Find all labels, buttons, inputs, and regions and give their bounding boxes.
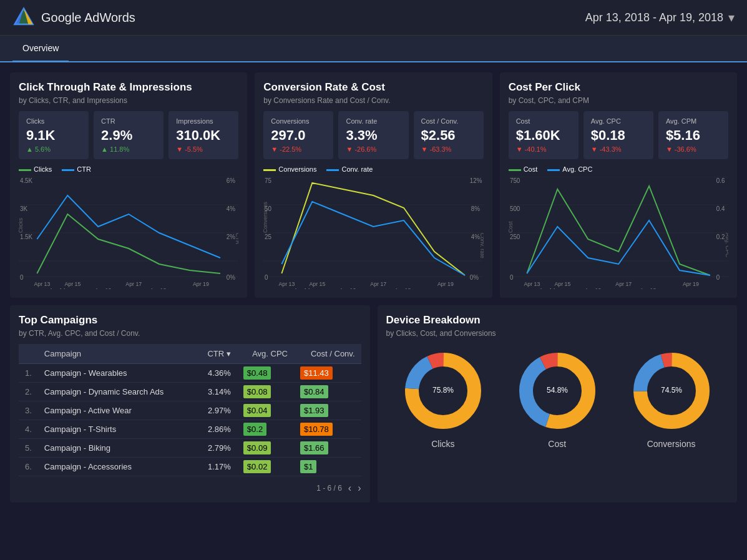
col-cost-conv[interactable]: Cost / Conv.	[294, 344, 361, 364]
avg-cpc-value: $0.18	[591, 127, 646, 144]
avg-cpc-legend: Avg. CPC	[547, 165, 592, 173]
conv-section: Conversion Rate & Cost by Conversions Ra…	[255, 72, 492, 298]
pagination: 1 - 6 / 6 ‹ ›	[19, 483, 361, 494]
conv-subtitle: by Conversions Rate and Cost / Conv.	[263, 96, 483, 105]
svg-text:4%: 4%	[227, 205, 235, 212]
svg-text:Apr 16: Apr 16	[585, 287, 601, 289]
impressions-label: Impressions	[176, 117, 231, 125]
metrics-row: Click Through Rate & Impressions by Clic…	[10, 72, 737, 298]
cost-label: Cost	[516, 117, 571, 125]
campaigns-table: Campaign CTR ▾ Avg. CPC Cost / Conv. 1. …	[19, 344, 361, 476]
row-ctr: 2.86%	[195, 420, 237, 439]
nav-bar: Overview	[0, 36, 747, 62]
cost-conv-card: Cost / Conv. $2.56 ▼ -63.3%	[414, 111, 484, 159]
svg-text:25: 25	[265, 233, 271, 240]
next-page-button[interactable]: ›	[358, 483, 361, 494]
svg-text:Conv. rate: Conv. rate	[480, 233, 484, 258]
prev-page-button[interactable]: ‹	[348, 483, 351, 494]
ctr-value: 2.9%	[101, 127, 156, 144]
impressions-value: 310.0K	[176, 127, 231, 144]
svg-text:74.5%: 74.5%	[661, 386, 682, 395]
row-campaign-name: Campaign - Accessories	[38, 458, 195, 476]
svg-text:0%: 0%	[470, 274, 479, 281]
row-num: 3.	[19, 401, 38, 420]
svg-text:75: 75	[265, 177, 271, 184]
avg-cpm-label: Avg. CPM	[666, 117, 721, 125]
col-campaign[interactable]: Campaign	[38, 344, 195, 364]
row-cost-conv: $1	[294, 458, 361, 476]
row-campaign-name: Campaign - Biking	[38, 439, 195, 458]
avg-cpc-label: Avg. CPC	[591, 117, 646, 125]
conversions-change: ▼ -22.5%	[271, 145, 326, 153]
svg-text:12%: 12%	[470, 177, 482, 184]
svg-text:250: 250	[510, 233, 520, 240]
impressions-card: Impressions 310.0K ▼ -5.5%	[168, 111, 238, 159]
svg-text:Apr 15: Apr 15	[310, 281, 326, 287]
svg-text:0: 0	[510, 274, 514, 281]
cpc-legend: Cost Avg. CPC	[509, 165, 728, 173]
device-subtitle: by Clicks, Cost, and Conversions	[386, 329, 729, 338]
cpc-section: Cost Per Click by Cost, CPC, and CPM Cos…	[500, 72, 737, 298]
conversions-donut-label: Conversions	[631, 439, 712, 449]
row-avg-cpc: $0.02	[237, 458, 294, 476]
svg-text:0: 0	[716, 274, 720, 281]
svg-text:Cost: Cost	[509, 221, 514, 233]
col-ctr[interactable]: CTR ▾	[195, 344, 237, 364]
row-num: 1.	[19, 364, 38, 383]
date-range[interactable]: Apr 13, 2018 - Apr 19, 2018 ▾	[585, 10, 735, 25]
col-num	[19, 344, 38, 364]
svg-text:500: 500	[510, 205, 520, 212]
header: Google AdWords Apr 13, 2018 - Apr 19, 20…	[0, 0, 747, 36]
table-row[interactable]: 1. Campaign - Wearables 4.36% $0.48 $11.…	[19, 364, 361, 383]
device-title: Device Breakdown	[386, 314, 729, 327]
row-campaign-name: Campaign - T-Shirts	[38, 420, 195, 439]
table-row[interactable]: 6. Campaign - Accessories 1.17% $0.02 $1	[19, 458, 361, 476]
table-row[interactable]: 5. Campaign - Biking 2.79% $0.09 $1.66	[19, 439, 361, 458]
ctr-legend-item: CTR	[62, 165, 91, 173]
cost-value: $1.60K	[516, 127, 571, 144]
row-avg-cpc: $0.2	[237, 420, 294, 439]
col-avg-cpc[interactable]: Avg. CPC	[237, 344, 294, 364]
cost-conv-value: $2.56	[421, 127, 476, 144]
table-row[interactable]: 2. Campaign - Dynamic Search Ads 3.14% $…	[19, 383, 361, 401]
svg-text:Apr 14: Apr 14	[294, 287, 310, 289]
row-campaign-name: Campaign - Active Wear	[38, 401, 195, 420]
conv-rate-value: 3.3%	[346, 127, 401, 144]
svg-text:Apr 13: Apr 13	[524, 281, 540, 287]
clicks-donut-label: Clicks	[403, 439, 484, 449]
clicks-value: 9.1K	[26, 127, 81, 144]
conv-cards: Conversions 297.0 ▼ -22.5% Conv. rate 3.…	[263, 111, 483, 159]
svg-text:CTR: CTR	[235, 233, 238, 245]
svg-text:1.5K: 1.5K	[20, 233, 33, 240]
table-row[interactable]: 3. Campaign - Active Wear 2.97% $0.04 $1…	[19, 401, 361, 420]
conv-title: Conversion Rate & Cost	[263, 81, 483, 94]
row-ctr: 4.36%	[195, 364, 237, 383]
avg-cpc-change: ▼ -43.3%	[591, 145, 646, 153]
impressions-change: ▼ -5.5%	[176, 145, 231, 153]
cost-conv-label: Cost / Conv.	[421, 117, 476, 125]
row-cost-conv: $1.66	[294, 439, 361, 458]
row-num: 6.	[19, 458, 38, 476]
svg-text:0: 0	[265, 274, 268, 281]
google-adwords-logo-icon	[12, 6, 35, 29]
row-ctr: 3.14%	[195, 383, 237, 401]
conversions-label: Conversions	[271, 117, 326, 125]
row-cost-conv: $0.84	[294, 383, 361, 401]
date-dropdown-icon[interactable]: ▾	[728, 10, 735, 25]
cpc-title: Cost Per Click	[509, 81, 728, 94]
nav-overview[interactable]: Overview	[12, 36, 69, 62]
clicks-donut: 75.8% Clicks	[403, 350, 484, 449]
row-num: 5.	[19, 439, 38, 458]
device-section: Device Breakdown by Clicks, Cost, and Co…	[378, 305, 738, 503]
table-row[interactable]: 4. Campaign - T-Shirts 2.86% $0.2 $10.78	[19, 420, 361, 439]
campaigns-table-container: Campaign CTR ▾ Avg. CPC Cost / Conv. 1. …	[19, 344, 361, 494]
svg-text:8%: 8%	[471, 205, 480, 212]
svg-text:Clicks: Clicks	[19, 217, 24, 233]
row-ctr: 2.79%	[195, 439, 237, 458]
ctr-legend: Clicks CTR	[19, 165, 238, 173]
ctr-label: CTR	[101, 117, 156, 125]
svg-text:4.5K: 4.5K	[20, 177, 33, 184]
ctr-cards: Clicks 9.1K ▲ 5.6% CTR 2.9% ▲ 11.8% Impr…	[19, 111, 238, 159]
svg-text:Apr 15: Apr 15	[64, 281, 81, 287]
svg-text:Apr 19: Apr 19	[193, 281, 209, 287]
